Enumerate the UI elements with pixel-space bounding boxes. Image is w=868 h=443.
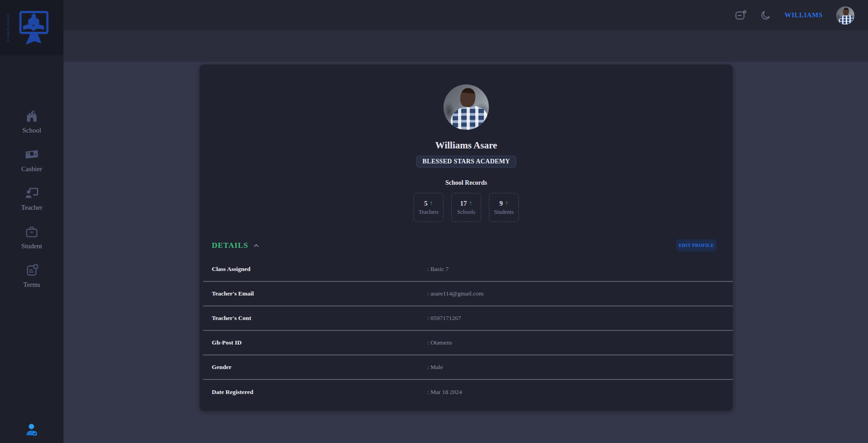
detail-value: : asare114@gmail.com: [427, 290, 483, 297]
terms-note-icon: [24, 262, 39, 278]
subheader-band: [63, 30, 868, 62]
sidebar-item-school[interactable]: School: [0, 108, 63, 134]
sidebar-item-cashier[interactable]: 1 Cashier: [0, 147, 63, 173]
user-verified-icon[interactable]: [24, 422, 40, 438]
detail-row-date-registered: Date Registered : Mar 18 2024: [203, 380, 733, 404]
profile-avatar: [444, 84, 489, 130]
trend-up-icon: ↑: [430, 200, 433, 207]
edit-profile-button[interactable]: EDIT PROFILE: [676, 239, 717, 251]
svg-text:1: 1: [31, 152, 33, 156]
school-records-title: School Records: [445, 179, 487, 187]
trend-up-icon: ↑: [469, 200, 473, 207]
student-briefcase-icon: [24, 224, 39, 239]
detail-row-gender: Gender : Male: [203, 355, 733, 380]
school-castle-icon: [24, 108, 39, 123]
sidebar-item-student[interactable]: Student: [0, 224, 63, 250]
sidebar-item-label: Teacher: [21, 204, 42, 212]
logo-monitor-icon: [11, 7, 53, 49]
profile-name: Williams Asare: [435, 140, 497, 151]
detail-value: : Otamens: [427, 339, 452, 346]
stat-schools: 17 ↑ Schools: [451, 193, 481, 222]
sidebar-item-label: Terms: [23, 281, 40, 289]
detail-label: Teacher's Email: [212, 290, 427, 297]
detail-value: : 0597171267: [427, 315, 461, 322]
stat-teachers: 5 ↑ Teachers: [414, 193, 444, 222]
detail-row-teachers-contact: Teacher's Cont : 0597171267: [203, 306, 733, 331]
sidebar-item-label: School: [22, 127, 41, 134]
sidebar-item-label: Student: [21, 242, 42, 250]
sidebar-item-teacher[interactable]: Teacher: [0, 185, 63, 212]
header-username[interactable]: WILLIAMS: [785, 11, 823, 19]
detail-value: : Male: [427, 364, 443, 371]
stat-value: 9: [499, 200, 503, 207]
top-header: WILLIAMS: [63, 0, 868, 30]
teacher-profile-card: Williams Asare BLESSED STARS ACADEMY Sch…: [200, 64, 733, 411]
header-avatar[interactable]: [836, 6, 854, 25]
sidebar-nav: School 1 Cashier Teacher: [0, 108, 63, 289]
detail-row-ghpost-id: Gh-Post ID : Otamens: [203, 331, 733, 355]
app-logo[interactable]: SCORELAIRES: [0, 0, 63, 55]
stat-value: 5: [424, 200, 428, 207]
stat-label: Teachers: [419, 209, 439, 216]
logo-vertical-text: SCORELAIRES: [6, 14, 10, 41]
details-toggle[interactable]: DETAILS: [212, 241, 260, 250]
detail-label: Date Registered: [212, 389, 427, 396]
cashier-money-icon: 1: [24, 147, 39, 162]
stat-label: Students: [494, 209, 513, 216]
stat-students: 9 ↑ Students: [489, 193, 519, 222]
trend-up-icon: ↑: [505, 200, 508, 207]
sidebar: SCORELAIRES School: [0, 0, 63, 443]
chevron-up-icon: [253, 242, 260, 249]
detail-label: Teacher's Cont: [212, 315, 427, 322]
detail-label: Gender: [212, 364, 427, 371]
detail-label: Gh-Post ID: [212, 339, 427, 346]
detail-label: Class Assigned: [212, 266, 427, 273]
detail-value: : Basic 7: [427, 266, 449, 273]
profile-summary: Williams Asare BLESSED STARS ACADEMY Sch…: [200, 64, 733, 222]
detail-row-teachers-email: Teacher's Email : asare114@gmail.com: [203, 282, 733, 306]
sidebar-item-label: Cashier: [21, 165, 42, 173]
notification-icon[interactable]: [735, 10, 746, 21]
details-header: DETAILS EDIT PROFILE: [200, 239, 733, 251]
sidebar-item-terms[interactable]: Terms: [0, 262, 63, 289]
school-badge: BLESSED STARS ACADEMY: [416, 156, 517, 167]
details-rows: Class Assigned : Basic 7 Teacher's Email…: [203, 257, 733, 404]
school-records-stats: 5 ↑ Teachers 17 ↑ Schools 9 ↑ Students: [414, 193, 519, 222]
detail-row-class-assigned: Class Assigned : Basic 7: [203, 257, 733, 282]
dark-mode-moon-icon[interactable]: [760, 10, 771, 21]
details-title: DETAILS: [212, 241, 248, 250]
stat-value: 17: [460, 200, 467, 207]
teacher-board-icon: [24, 185, 39, 201]
stat-label: Schools: [457, 209, 475, 216]
detail-value: : Mar 18 2024: [427, 389, 462, 396]
